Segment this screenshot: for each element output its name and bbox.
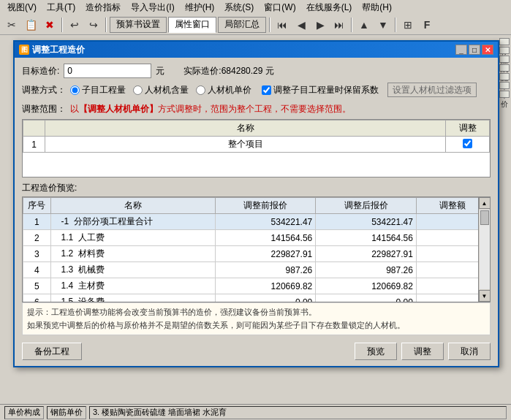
right-tab-1[interactable]: 标 — [499, 38, 510, 45]
radio-unit-price-input[interactable] — [196, 85, 205, 95]
toolbar-prev[interactable]: ◀ — [292, 16, 310, 34]
row-check-input-1[interactable] — [463, 139, 472, 148]
prev-before: 120669.82 — [215, 278, 316, 294]
menu-view[interactable]: 视图(V) — [3, 0, 41, 15]
app-toolbar: ✂ 📋 ✖ ↩ ↪ 预算书设置 属性窗口 局部汇总 ⏮ ◀ ▶ ⏭ ▲ ▼ ⊞ … — [0, 15, 511, 35]
adjust-btn[interactable]: 调整 — [401, 343, 444, 360]
preview-row: 1 -1 分部分项工程量合计 534221.47 534221.47 0 — [23, 214, 490, 230]
prev-name: 1.5 设备费 — [50, 294, 215, 303]
tab-partial-summary[interactable]: 局部汇总 — [218, 17, 266, 33]
radio-unit-price[interactable]: 人材机单价 — [196, 84, 251, 96]
right-tab-3[interactable]: 成 — [499, 56, 510, 63]
selection-table-container: 名称 调整 1 整个项目 — [22, 119, 491, 177]
tab-budget-settings[interactable]: 预算书设置 — [110, 17, 167, 33]
toolbar-cut[interactable]: ✂ — [3, 16, 20, 34]
bottom-buttons-row: 备份工程 预览 调整 取消 — [22, 340, 491, 360]
preview-scrollbar[interactable]: ▲ ▼ — [478, 197, 490, 302]
prev-before: 987.26 — [215, 262, 316, 278]
modal-title-area: 图 调整工程造价 — [19, 44, 85, 56]
right-tab-2[interactable]: 注 — [499, 47, 510, 54]
modal-icon: 图 — [19, 45, 29, 55]
prev-name: 1.1 人工费 — [50, 230, 215, 246]
menubar: 视图(V) 工具(T) 造价指标 导入导出(I) 维护(H) 系统(S) 窗口(… — [0, 0, 511, 15]
radio-sub-quantity[interactable]: 子目工程量 — [70, 84, 126, 96]
adjust-method-label: 调整方式： — [22, 84, 66, 96]
target-price-label: 目标造价: — [22, 65, 59, 77]
col-index-header — [23, 121, 45, 137]
scroll-down-arrow[interactable]: ▼ — [479, 290, 491, 302]
right-tab-6[interactable]: 单 — [499, 82, 510, 89]
target-price-input[interactable] — [64, 64, 151, 78]
modal-maximize[interactable]: □ — [469, 45, 480, 55]
keep-coeff-input[interactable] — [262, 85, 271, 95]
right-panel: 标 注 成 施 单 单 价 — [498, 35, 511, 101]
right-tab-7[interactable]: 价 — [499, 91, 510, 98]
toolbar-up[interactable]: ▲ — [355, 16, 373, 34]
radio-labor-material[interactable]: 人材机含量 — [133, 84, 189, 96]
toolbar-delete[interactable]: ✖ — [41, 16, 58, 34]
menu-online[interactable]: 在线服务(L) — [302, 0, 357, 15]
hint-box: 提示：工程造价调整功能将会改变当前预算书的造价，强烈建议备份当前预算书。 如果预… — [22, 302, 491, 335]
toolbar-down[interactable]: ▼ — [374, 16, 392, 34]
right-action-buttons: 预览 调整 取消 — [355, 343, 491, 360]
preview-table: 序号 名称 调整前报价 调整后报价 调整额 1 -1 分部分项工程量合计 534… — [23, 197, 490, 302]
radio-labor-mat-input[interactable] — [133, 85, 143, 95]
prev-after: 987.26 — [316, 262, 417, 278]
toolbar-last[interactable]: ⏭ — [330, 16, 348, 34]
preview-label: 工程造价预览: — [22, 182, 491, 194]
toolbar-redo[interactable]: ↪ — [85, 16, 102, 34]
modal-minimize[interactable]: _ — [455, 45, 467, 55]
radio-group: 子目工程量 人材机含量 人材机单价 — [70, 84, 251, 96]
prev-col-before: 调整前报价 — [215, 198, 316, 214]
preview-btn[interactable]: 预览 — [355, 343, 397, 360]
radio-sub-qty-input[interactable] — [70, 85, 80, 95]
menu-system[interactable]: 系统(S) — [220, 0, 258, 15]
prev-name: 1.2 材料费 — [50, 246, 215, 262]
adjust-method-row: 调整方式： 子目工程量 人材机含量 人材机单价 调整子目工程量时保留系数 — [22, 83, 491, 97]
menu-window[interactable]: 窗口(W) — [260, 0, 300, 15]
toolbar-next[interactable]: ▶ — [311, 16, 329, 34]
menu-import[interactable]: 导入导出(I) — [126, 0, 178, 15]
radio-labor-mat-label: 人材机含量 — [145, 84, 189, 96]
modal-controls: _ □ ✕ — [455, 45, 493, 55]
toolbar-first[interactable]: ⏮ — [273, 16, 291, 34]
prev-name: -1 分部分项工程量合计 — [50, 214, 215, 230]
toolbar-table[interactable]: ⊞ — [399, 16, 417, 34]
prev-seq: 2 — [23, 230, 51, 246]
col-adjust-header: 调整 — [446, 121, 490, 137]
table-row: 1 整个项目 — [23, 137, 490, 153]
radio-sub-qty-label: 子目工程量 — [82, 84, 126, 96]
modal-body: 目标造价: 元 实际造价:684280.29 元 调整方式： 子目工程量 人材机… — [15, 58, 498, 366]
prev-seq: 1 — [23, 214, 51, 230]
menu-maintain[interactable]: 维护(H) — [181, 0, 219, 15]
checkbox-keep-coeff[interactable]: 调整子目工程量时保留系数 — [262, 84, 379, 96]
prev-before: 0.00 — [215, 294, 316, 303]
scroll-up-arrow[interactable]: ▲ — [479, 197, 491, 209]
right-tab-4[interactable]: 施 — [499, 64, 510, 72]
toolbar-undo[interactable]: ↩ — [66, 16, 83, 34]
prev-after: 229827.91 — [316, 246, 417, 262]
filter-options-btn[interactable]: 设置人材机过滤选项 — [387, 83, 477, 97]
cancel-btn[interactable]: 取消 — [448, 343, 491, 360]
modal-close[interactable]: ✕ — [482, 45, 493, 55]
radio-unit-price-label: 人材机单价 — [208, 84, 251, 96]
menu-cost[interactable]: 造价指标 — [81, 0, 125, 15]
preview-row: 6 1.5 设备费 0.00 0.00 0 — [23, 294, 490, 303]
scroll-thumb[interactable] — [480, 210, 489, 225]
menu-help[interactable]: 帮助(H) — [357, 0, 396, 15]
status-seg-1: 单价构成 — [4, 406, 44, 419]
row-name-1: 整个项目 — [45, 137, 446, 153]
row-checkbox-1[interactable] — [446, 137, 490, 153]
statusbar: 单价构成 钢筋单价 3. 楼贴陶瓷面砖硫缝 墙面墙裙 水泥育 — [0, 404, 511, 420]
scroll-track — [480, 210, 490, 289]
preview-table-container: 序号 名称 调整前报价 调整后报价 调整额 1 -1 分部分项工程量合计 534… — [22, 196, 491, 302]
preview-row: 5 1.4 主材费 120669.82 120669.82 0 — [23, 278, 490, 294]
tab-property-window[interactable]: 属性窗口 — [168, 17, 216, 33]
menu-tools[interactable]: 工具(T) — [42, 0, 80, 15]
backup-btn[interactable]: 备份工程 — [22, 343, 82, 360]
row-index-1: 1 — [23, 137, 45, 153]
toolbar-copy[interactable]: 📋 — [22, 16, 39, 34]
right-tab-5[interactable]: 单 — [499, 73, 510, 80]
hint-line2: 如果预览中调整后的价格与原价格并不是期望的倍数关系，则可能因为某些子目下存在数量… — [27, 319, 485, 332]
toolbar-f[interactable]: F — [418, 16, 436, 34]
